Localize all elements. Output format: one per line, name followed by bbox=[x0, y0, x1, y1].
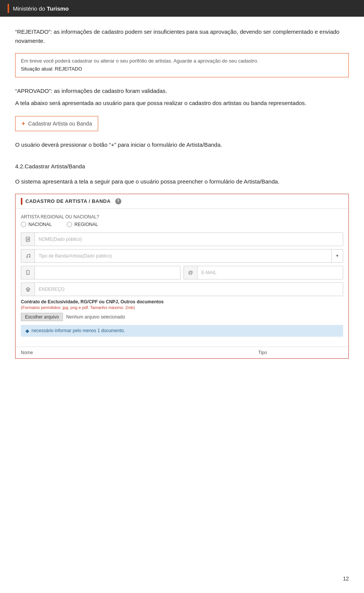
svg-point-5 bbox=[29, 256, 30, 257]
radio-regional[interactable]: REGIONAL bbox=[67, 222, 98, 227]
help-icon[interactable]: ? bbox=[115, 198, 121, 204]
rejected-notice-text: “REJEITADO”: as informações de cadastro … bbox=[15, 27, 349, 45]
at-icon: @ bbox=[184, 266, 198, 279]
radio-nacional-label: NACIONAL bbox=[28, 222, 52, 227]
tipo-banda-placeholder: Tipo de Banda/Artista(Dado público) bbox=[39, 253, 112, 259]
home-icon bbox=[21, 283, 35, 296]
phone-icon bbox=[21, 266, 35, 279]
svg-point-7 bbox=[28, 273, 28, 274]
file-name-label: Nenhum arquivo selecionado bbox=[66, 314, 125, 320]
info-warning-box: ◆ necessário informar pelo menos 1 docum… bbox=[21, 325, 343, 337]
address-placeholder: ENDEREÇO bbox=[39, 287, 64, 292]
status-box: Em breve você poderá cadastrar ou altera… bbox=[15, 53, 349, 77]
nome-input[interactable]: NOME(Dado público) bbox=[35, 233, 343, 246]
docs-formats: (Formatos permitidos: jpg, png e pdf. Ta… bbox=[21, 305, 343, 310]
section-title: Cadastrar Artista/Banda bbox=[25, 163, 85, 169]
info-warning-text: necessário informar pelo menos 1 documen… bbox=[31, 328, 125, 333]
register-artist-button[interactable]: + Cadastrar Artista ou Banda bbox=[15, 116, 98, 131]
documents-section: Contrato de Exclusividade, RG/CPF ou CNP… bbox=[21, 299, 343, 321]
phone-field-row bbox=[21, 266, 180, 279]
approved-subtitle-text: A tela abaixo será apresentada ao usuári… bbox=[15, 99, 349, 108]
user-instruction-text: O usuário deverá pressionar o botão “+” … bbox=[15, 140, 349, 149]
radio-nacional[interactable]: NACIONAL bbox=[21, 222, 52, 227]
form-header: CADASTRO DE ARTISTA / BANDA ? bbox=[16, 194, 348, 209]
header-accent-bar bbox=[8, 4, 9, 13]
address-field-row: ENDEREÇO bbox=[21, 282, 343, 296]
main-content: “REJEITADO”: as informações de cadastro … bbox=[0, 17, 364, 397]
header-prefix: Ministério do bbox=[13, 5, 47, 12]
phone-input[interactable] bbox=[35, 266, 180, 279]
page-number: 12 bbox=[343, 576, 349, 582]
form-header-title: CADASTRO DE ARTISTA / BANDA bbox=[25, 198, 111, 204]
radio-nacional-circle bbox=[21, 222, 26, 227]
register-button-label: Cadastrar Artista ou Banda bbox=[28, 121, 92, 127]
music-icon bbox=[21, 249, 35, 262]
cadastro-form-mockup: CADASTRO DE ARTISTA / BANDA ? ARTISTA RE… bbox=[15, 194, 349, 359]
section-number: 4.2. bbox=[15, 163, 25, 169]
tipo-banda-field-row: Tipo de Banda/Artista(Dado público) ▼ bbox=[21, 249, 343, 263]
email-placeholder: E-MAIL bbox=[201, 270, 217, 275]
phone-email-row: @ E-MAIL bbox=[21, 266, 343, 279]
status-box-line2: Situação atual: REJEITADO bbox=[21, 65, 343, 73]
email-input[interactable]: E-MAIL bbox=[198, 266, 343, 279]
tipo-banda-input[interactable]: Tipo de Banda/Artista(Dado público) bbox=[35, 249, 331, 262]
address-input[interactable]: ENDEREÇO bbox=[35, 283, 343, 296]
radio-regional-circle bbox=[67, 222, 72, 227]
radio-group: NACIONAL REGIONAL bbox=[21, 222, 343, 227]
header-title: Ministério do Turismo bbox=[13, 5, 69, 12]
email-field-row: @ E-MAIL bbox=[184, 266, 343, 279]
header-bold: Turismo bbox=[47, 5, 69, 12]
status-box-line1: Em breve você poderá cadastrar ou altera… bbox=[21, 57, 343, 65]
table-col-nome: Nome bbox=[21, 350, 182, 355]
document-icon bbox=[21, 233, 35, 246]
form-header-bar bbox=[21, 198, 22, 205]
file-upload-row: Escolher arquivo Nenhum arquivo selecion… bbox=[21, 313, 343, 321]
svg-point-4 bbox=[26, 257, 27, 258]
form-body: ARTISTA REGIONAL OU NACIONAL? NACIONAL R… bbox=[16, 209, 348, 347]
plus-icon: + bbox=[22, 120, 25, 127]
system-description-text: O sistema apresentará a tela a seguir pa… bbox=[15, 177, 349, 186]
svg-rect-9 bbox=[27, 290, 28, 291]
page-header: Ministério do Turismo bbox=[0, 0, 364, 17]
nome-field-row: NOME(Dado público) bbox=[21, 232, 343, 246]
approved-title-text: “APROVADO”: as informações de cadastro f… bbox=[15, 86, 349, 96]
docs-title: Contrato de Exclusividade, RG/CPF ou CNP… bbox=[21, 299, 343, 304]
choose-file-button[interactable]: Escolher arquivo bbox=[21, 313, 63, 321]
table-col-tipo: Tipo bbox=[182, 350, 343, 355]
table-header: Nome Tipo bbox=[16, 347, 348, 358]
radio-regional-label: REGIONAL bbox=[74, 222, 98, 227]
section-heading: 4.2. Cadastrar Artista/Banda bbox=[15, 163, 349, 169]
info-icon: ◆ bbox=[25, 328, 29, 334]
nome-placeholder: NOME(Dado público) bbox=[39, 237, 82, 242]
dropdown-arrow-icon[interactable]: ▼ bbox=[331, 249, 343, 262]
radio-group-label: ARTISTA REGIONAL OU NACIONAL? bbox=[21, 214, 343, 220]
